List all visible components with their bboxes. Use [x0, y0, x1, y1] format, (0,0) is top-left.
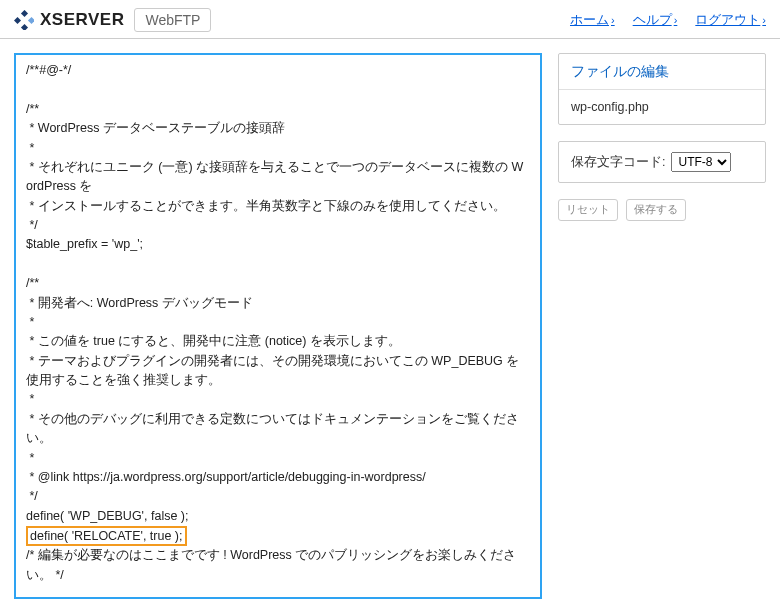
logo: XSERVER: [14, 10, 124, 30]
nav-home-label: ホーム: [570, 12, 609, 29]
code-editor[interactable]: /**#@-*/ /** * WordPress データベーステーブルの接頭辞 …: [14, 53, 542, 599]
svg-rect-2: [28, 17, 34, 24]
svg-rect-1: [14, 17, 21, 24]
code-content: /**#@-*/ /** * WordPress データベーステーブルの接頭辞 …: [26, 61, 530, 599]
nav-help[interactable]: ヘルプ›: [633, 12, 678, 29]
encoding-panel: 保存文字コード: UTF-8: [558, 141, 766, 183]
nav-logout-label: ログアウト: [695, 12, 760, 29]
brand-text: XSERVER: [40, 10, 124, 30]
chevron-right-icon: ›: [611, 14, 615, 26]
filename-label: wp-config.php: [559, 90, 765, 124]
highlighted-line: define( 'RELOCATE', true );: [26, 526, 187, 546]
encoding-select[interactable]: UTF-8: [671, 152, 731, 172]
chevron-right-icon: ›: [674, 14, 678, 26]
encoding-label: 保存文字コード:: [571, 154, 665, 171]
logo-icon: [14, 10, 34, 30]
header: XSERVER WebFTP ホーム› ヘルプ› ログアウト›: [0, 0, 780, 39]
action-buttons: リセット 保存する: [558, 199, 766, 221]
code-after: /* 編集が必要なのはここまでです ! WordPress でのパブリッシングを…: [26, 548, 516, 599]
nav-home[interactable]: ホーム›: [570, 12, 615, 29]
nav-help-label: ヘルプ: [633, 12, 672, 29]
top-nav: ホーム› ヘルプ› ログアウト›: [570, 12, 766, 29]
main: /**#@-*/ /** * WordPress データベーステーブルの接頭辞 …: [0, 39, 780, 608]
product-badge: WebFTP: [134, 8, 211, 32]
chevron-right-icon: ›: [762, 14, 766, 26]
file-edit-panel: ファイルの編集 wp-config.php: [558, 53, 766, 125]
nav-logout[interactable]: ログアウト›: [695, 12, 766, 29]
svg-rect-3: [21, 24, 28, 30]
save-button[interactable]: 保存する: [626, 199, 686, 221]
reset-button[interactable]: リセット: [558, 199, 618, 221]
svg-rect-0: [21, 10, 28, 17]
panel-title: ファイルの編集: [559, 54, 765, 90]
sidebar: ファイルの編集 wp-config.php 保存文字コード: UTF-8 リセッ…: [558, 53, 766, 599]
code-before: /**#@-*/ /** * WordPress データベーステーブルの接頭辞 …: [26, 63, 523, 523]
